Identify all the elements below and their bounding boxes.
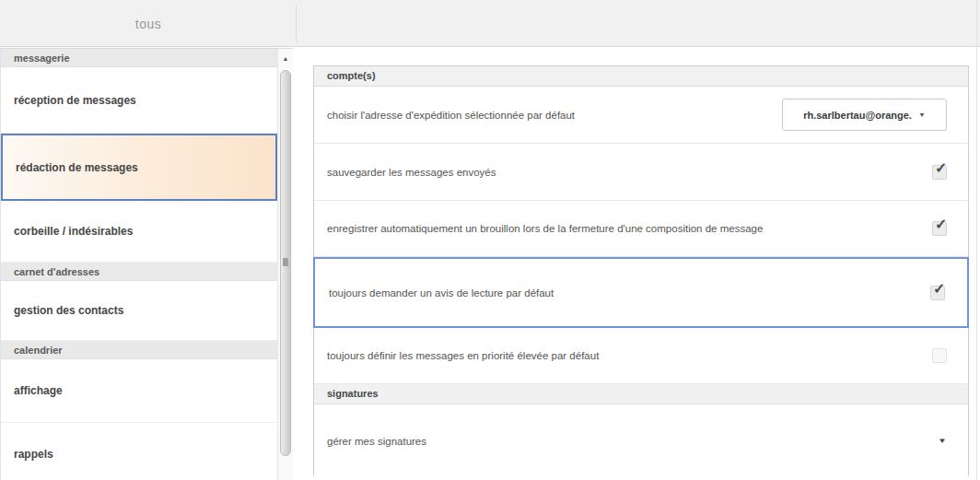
tab-tous[interactable]: tous xyxy=(0,0,297,47)
sidebar-item-corbeille-indesirables[interactable]: corbeille / indésirables xyxy=(1,201,277,263)
sidebar-item-label: rédaction de messages xyxy=(16,161,138,174)
checkbox-priorite-elevee[interactable] xyxy=(932,348,947,363)
setting-label: gérer mes signatures xyxy=(327,436,938,447)
setting-row-brouillon-automatique: enregistrer automatiquement un brouillon… xyxy=(314,201,968,257)
redaction-settings-panel: compte(s) choisir l'adresse d'expédition… xyxy=(313,65,969,476)
sidebar-list: messagerie réception de messages rédacti… xyxy=(1,49,277,480)
chevron-down-icon: ▼ xyxy=(918,111,926,119)
sidebar-section-calendrier: calendrier xyxy=(1,341,277,359)
setting-label: enregistrer automatiquement un brouillon… xyxy=(327,223,932,234)
setting-row-gerer-signatures: gérer mes signatures ▼ xyxy=(314,404,968,477)
setting-row-priorite-elevee: toujours définir les messages en priorit… xyxy=(314,328,968,384)
sidebar-item-label: réception de messages xyxy=(14,94,136,107)
sidebar-section-carnet-adresses: carnet d'adresses xyxy=(1,263,277,281)
checkbox-sauvegarder-messages[interactable]: ✓ xyxy=(932,165,947,180)
sidebar-item-label: gestion des contacts xyxy=(14,304,123,317)
setting-row-sauvegarder-messages: sauvegarder les messages envoyés ✓ xyxy=(314,144,968,201)
top-tab-bar: tous xyxy=(0,0,980,47)
sidebar-item-label: rappels xyxy=(14,448,53,461)
sidebar-section-messagerie: messagerie xyxy=(1,49,277,67)
setting-row-adresse-expedition: choisir l'adresse d'expédition sélection… xyxy=(314,87,968,144)
settings-sidebar: messagerie réception de messages rédacti… xyxy=(0,48,293,480)
setting-label: toujours définir les messages en priorit… xyxy=(327,350,932,361)
sidebar-item-rappels[interactable]: rappels xyxy=(1,423,277,480)
setting-label: toujours demander un avis de lecture par… xyxy=(329,287,930,299)
scrollbar-grip xyxy=(283,258,288,266)
settings-page: tous messagerie réception de messages ré… xyxy=(0,0,980,480)
section-header-signatures: signatures xyxy=(314,384,968,404)
sidebar-item-affichage[interactable]: affichage xyxy=(1,359,277,423)
scrollbar-thumb[interactable] xyxy=(280,70,291,456)
setting-row-avis-de-lecture: toujours demander un avis de lecture par… xyxy=(313,257,969,328)
frame-edge-line xyxy=(976,0,977,480)
sidebar-item-label: affichage xyxy=(14,384,63,397)
sender-address-value: rh.sarlbertau@orange. xyxy=(803,110,912,121)
checkmark-icon: ✓ xyxy=(935,216,947,233)
sidebar-item-reception-de-messages[interactable]: réception de messages xyxy=(1,67,277,134)
setting-label: choisir l'adresse d'expédition sélection… xyxy=(327,110,782,121)
sidebar-item-gestion-des-contacts[interactable]: gestion des contacts xyxy=(1,281,277,341)
sidebar-item-redaction-de-messages[interactable]: rédaction de messages xyxy=(1,134,277,201)
section-header-comptes: compte(s) xyxy=(314,66,968,87)
checkbox-avis-de-lecture[interactable]: ✓ xyxy=(930,286,945,300)
sender-address-dropdown[interactable]: rh.sarlbertau@orange. ▼ xyxy=(782,99,947,131)
setting-label: sauvegarder les messages envoyés xyxy=(327,167,932,178)
expander-arrow-icon[interactable]: ▼ xyxy=(938,437,947,445)
checkbox-brouillon-automatique[interactable]: ✓ xyxy=(932,221,947,236)
checkmark-icon: ✓ xyxy=(935,159,947,177)
tab-divider xyxy=(296,6,297,42)
checkmark-icon: ✓ xyxy=(933,280,945,298)
sidebar-scrollbar[interactable]: ▲ xyxy=(277,49,293,480)
sidebar-item-label: corbeille / indésirables xyxy=(14,225,133,238)
scroll-up-icon[interactable]: ▲ xyxy=(278,49,293,67)
